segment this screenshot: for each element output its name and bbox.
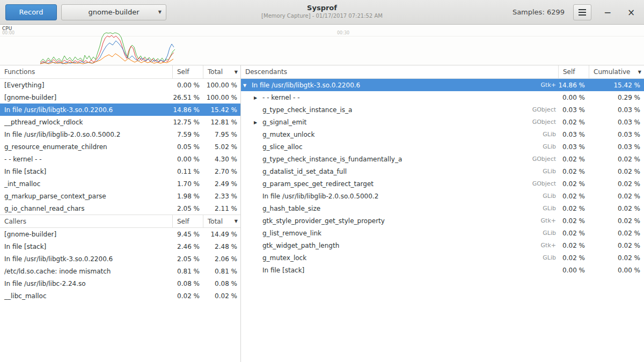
functions-table-row[interactable]: g_markup_parse_context_parse1.98 %2.33 % — [0, 190, 240, 202]
functions-table-row[interactable]: [gnome-builder]26.51 %100.00 % — [0, 91, 240, 104]
callers-table-row[interactable]: [gnome-builder]9.45 %14.49 % — [0, 228, 240, 240]
library-badge: Gtk+ — [521, 242, 558, 249]
descendants-table-row[interactable]: ▶- - kernel - -0.00 %0.29 % — [241, 91, 644, 104]
triangle-right-icon[interactable]: ▶ — [254, 95, 262, 100]
descendants-table-row[interactable]: gtk_widget_path_lengthGtk+0.02 %0.02 % — [241, 239, 644, 252]
functions-table-row[interactable]: [Everything]0.00 %100.00 % — [0, 79, 240, 91]
functions-table-row[interactable]: In file /usr/lib/libgtk-3.so.0.2200.614.… — [0, 104, 240, 116]
descendants-table-row[interactable]: gtk_style_provider_get_style_propertyGtk… — [241, 215, 644, 227]
target-selector-label: gnome-builder — [88, 8, 139, 16]
column-header-self[interactable]: Self — [172, 215, 203, 227]
library-badge: GObject — [521, 156, 558, 162]
callers-table-row[interactable]: In file [stack]2.46 %2.48 % — [0, 240, 240, 253]
column-header-total[interactable]: Total ▼ — [203, 215, 240, 227]
self-percent: 1.70 % — [172, 180, 203, 188]
total-percent: 100.00 % — [203, 82, 240, 89]
library-badge: Gtk+ — [521, 217, 558, 224]
descendants-table-row[interactable]: g_mutex_lockGLib0.02 %0.02 % — [241, 252, 644, 264]
descendants-table-row[interactable]: g_hash_table_sizeGLib0.02 %0.02 % — [241, 202, 644, 215]
target-selector-dropdown[interactable]: gnome-builder ▼ — [61, 4, 166, 20]
functions-table-row[interactable]: - - kernel - -0.00 %4.30 % — [0, 153, 240, 165]
self-percent: 12.75 % — [172, 119, 203, 126]
triangle-right-icon[interactable]: ▶ — [254, 120, 262, 125]
self-percent: 0.11 % — [172, 168, 203, 175]
function-name: g_markup_parse_context_parse — [0, 193, 172, 200]
triangle-down-icon[interactable]: ▼ — [243, 83, 252, 88]
descendants-table-row[interactable]: In file /usr/lib/libglib-2.0.so.0.5000.2… — [241, 190, 644, 202]
column-header-functions[interactable]: Functions — [0, 65, 172, 78]
total-percent: 0.08 % — [203, 280, 240, 287]
descendants-table-row[interactable]: g_list_remove_linkGLib0.02 %0.02 % — [241, 227, 644, 239]
function-name: In file /usr/lib/libglib-2.0.so.0.5000.2 — [0, 131, 172, 138]
callers-table-row[interactable]: __libc_malloc0.02 %0.02 % — [0, 290, 240, 302]
self-percent: 2.05 % — [172, 205, 203, 212]
callers-table-row[interactable]: In file /usr/lib/libc-2.24.so0.08 %0.08 … — [0, 277, 240, 290]
descendant-name-cell: gtk_style_provider_get_style_property — [241, 217, 521, 225]
descendants-table-row[interactable]: g_slice_allocGLib0.03 %0.03 % — [241, 141, 644, 153]
descendant-name-cell: ▶g_signal_emit — [241, 119, 521, 126]
cpu-graph[interactable]: CPU 00:00 00:30 — [0, 25, 644, 65]
cumulative-percent: 0.02 % — [589, 156, 644, 163]
record-button[interactable]: Record — [5, 4, 57, 20]
total-percent: 4.30 % — [203, 156, 240, 163]
function-name: In file /usr/lib/libgtk-3.so.0.2200.6 — [0, 106, 172, 114]
column-header-callers[interactable]: Callers — [0, 215, 172, 227]
descendants-table-row[interactable]: ▼In file /usr/lib/libgtk-3.so.0.2200.6Gt… — [241, 79, 644, 91]
library-badge: GObject — [521, 119, 558, 125]
column-header-total[interactable]: Total ▼ — [203, 65, 240, 78]
descendant-name: In file /usr/lib/libglib-2.0.so.0.5000.2 — [262, 193, 378, 200]
descendant-name: In file [stack] — [262, 267, 304, 274]
functions-table-row[interactable]: g_io_channel_read_chars2.05 %2.11 % — [0, 202, 240, 215]
self-percent: 0.02 % — [558, 168, 589, 175]
cumulative-percent: 0.02 % — [589, 193, 644, 200]
descendants-table-row[interactable]: g_param_spec_get_redirect_targetGObject0… — [241, 178, 644, 190]
cumulative-percent: 0.02 % — [589, 242, 644, 249]
cumulative-percent: 15.42 % — [589, 82, 644, 89]
descendant-name-cell: g_type_check_instance_is_fundamentally_a — [241, 156, 521, 163]
functions-table-row[interactable]: _int_malloc1.70 %2.49 % — [0, 178, 240, 190]
time-label-mid: 00:30 — [337, 31, 349, 35]
descendants-table-row[interactable]: g_datalist_id_set_data_fullGLib0.02 %0.0… — [241, 165, 644, 178]
self-percent: 2.05 % — [172, 255, 203, 263]
descendants-pane: Descendants Self Cumulative ▼ ▼In file /… — [241, 65, 644, 362]
self-percent: 0.05 % — [172, 143, 203, 151]
descendant-name: g_signal_emit — [262, 119, 306, 126]
cumulative-percent: 0.00 % — [589, 267, 644, 274]
descendant-name-cell: g_hash_table_size — [241, 205, 521, 212]
column-header-cumulative[interactable]: Cumulative ▼ — [589, 65, 644, 78]
descendants-table-row[interactable]: g_type_check_instance_is_aGObject0.03 %0… — [241, 104, 644, 116]
callers-table-row[interactable]: In file /usr/lib/libgtk-3.so.0.2200.62.0… — [0, 253, 240, 265]
descendant-name: In file /usr/lib/libgtk-3.so.0.2200.6 — [252, 82, 360, 89]
menu-button[interactable] — [573, 4, 591, 20]
self-percent: 14.86 % — [172, 106, 203, 114]
cumulative-percent: 0.02 % — [589, 217, 644, 225]
close-button[interactable]: × — [624, 4, 639, 20]
title-box: Sysprof [Memory Capture] - 01/17/2017 07… — [261, 3, 383, 19]
column-header-self[interactable]: Self — [558, 65, 589, 78]
callers-table: [gnome-builder]9.45 %14.49 %In file [sta… — [0, 228, 240, 362]
descendants-table-row[interactable]: ▶g_signal_emitGObject0.02 %0.03 % — [241, 116, 644, 128]
descendants-table-row[interactable]: g_mutex_unlockGLib0.03 %0.03 % — [241, 128, 644, 141]
sort-descending-icon: ▼ — [235, 219, 240, 224]
cumulative-percent: 0.02 % — [589, 205, 644, 212]
column-header-descendants[interactable]: Descendants — [241, 65, 558, 78]
function-name: [Everything] — [0, 82, 172, 89]
descendants-table-row[interactable]: g_type_check_instance_is_fundamentally_a… — [241, 153, 644, 165]
functions-table-row[interactable]: In file [stack]0.11 %2.70 % — [0, 165, 240, 178]
callers-table-row[interactable]: /etc/ld.so.cache: inode mismatch0.81 %0.… — [0, 265, 240, 277]
descendant-name: g_slice_alloc — [262, 143, 302, 151]
descendant-name: g_datalist_id_set_data_full — [262, 168, 347, 175]
left-pane: Functions Self Total ▼ [Everything]0.00 … — [0, 65, 241, 362]
minimize-button[interactable]: − — [600, 4, 615, 20]
descendant-name-cell: g_type_check_instance_is_a — [241, 106, 521, 114]
functions-table-row[interactable]: g_resource_enumerate_children0.05 %5.02 … — [0, 141, 240, 153]
functions-table-row[interactable]: In file /usr/lib/libglib-2.0.so.0.5000.2… — [0, 128, 240, 141]
column-header-self[interactable]: Self — [172, 65, 203, 78]
functions-table-row[interactable]: __pthread_rwlock_rdlock12.75 %12.81 % — [0, 116, 240, 128]
cpu-graph-canvas — [0, 25, 644, 65]
time-label-start: 00:00 — [2, 31, 14, 35]
sort-descending-icon: ▼ — [638, 70, 644, 75]
descendants-table-row[interactable]: In file [stack]0.00 %0.00 % — [241, 264, 644, 276]
function-name: In file /usr/lib/libc-2.24.so — [0, 280, 172, 287]
cpu-line-orange — [40, 54, 173, 64]
